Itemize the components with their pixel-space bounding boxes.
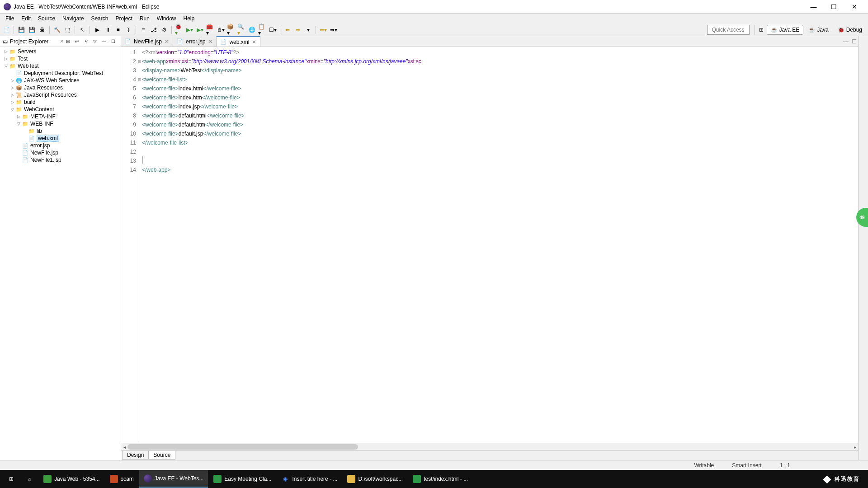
tree-node[interactable]: 📄error.jsp xyxy=(0,142,121,149)
build-button[interactable]: 🔨 xyxy=(52,25,61,34)
new-button[interactable]: 📄 xyxy=(2,25,11,34)
menu-search[interactable]: Search xyxy=(87,14,112,23)
maximize-button[interactable]: ☐ xyxy=(824,0,844,13)
tab-close-icon[interactable]: ✕ xyxy=(165,38,169,45)
scroll-left-button[interactable]: ◂ xyxy=(121,443,127,450)
tree-node[interactable]: ▷📁META-INF xyxy=(0,113,121,120)
pause-button[interactable]: ⏸ xyxy=(103,25,112,34)
tree-node[interactable]: 📄web.xml xyxy=(0,135,121,142)
nav-back[interactable]: ⬅▾ xyxy=(319,25,328,34)
stop-button[interactable]: ■ xyxy=(113,25,123,34)
tool-btn[interactable]: ⚙ xyxy=(160,25,169,34)
taskbar-item[interactable]: ⊞ xyxy=(3,470,20,488)
tool-dropdown[interactable]: ☐▾ xyxy=(268,25,277,34)
tree-arrow-icon[interactable]: ▷ xyxy=(9,93,15,97)
tree-node[interactable]: 📄Deployment Descriptor: WebTest xyxy=(0,70,121,77)
menu-run[interactable]: Run xyxy=(136,14,153,23)
forward-button[interactable]: ➡ xyxy=(293,25,302,34)
menu-source[interactable]: Source xyxy=(34,14,59,23)
perspective-java[interactable]: ☕ Java xyxy=(804,25,832,35)
perspective-debug[interactable]: 🐞 Debug xyxy=(834,25,866,35)
tree-node[interactable]: ▽📁WebTest xyxy=(0,62,121,70)
tab-close-icon[interactable]: ✕ xyxy=(208,38,212,45)
minimize-view-button[interactable]: — xyxy=(100,38,108,46)
nav-dropdown[interactable]: ▾ xyxy=(304,25,313,34)
tree-arrow-icon[interactable]: ▷ xyxy=(3,56,9,61)
nav-forward[interactable]: ➡▾ xyxy=(329,25,338,34)
tool-dropdown[interactable]: 📋▾ xyxy=(258,25,267,34)
project-tree[interactable]: ▷📁Servers▷📁Test▽📁WebTest📄Deployment Desc… xyxy=(0,47,121,460)
selection-tool[interactable]: ↖ xyxy=(78,25,87,34)
tree-arrow-icon[interactable]: ▽ xyxy=(15,122,22,126)
design-tab[interactable]: Design xyxy=(122,451,149,460)
taskbar-item[interactable]: ◉Insert title here - ... xyxy=(277,470,342,488)
tool-btn[interactable]: 🌐 xyxy=(247,25,256,34)
editor-tab[interactable]: 📄error.jsp✕ xyxy=(173,36,217,47)
taskbar-item[interactable]: D:\soft\workspac... xyxy=(343,470,407,488)
menu-navigate[interactable]: Navigate xyxy=(59,14,87,23)
menu-window[interactable]: Window xyxy=(153,14,180,23)
code-editor[interactable]: 12⊟34⊟567891011121314 <?xml version="1.0… xyxy=(121,47,858,443)
run-button[interactable]: ▶ xyxy=(93,25,102,34)
tree-node[interactable]: ▷📦Java Resources xyxy=(0,84,121,91)
taskbar-item[interactable]: Easy Meeting Cla... xyxy=(209,470,276,488)
menu-project[interactable]: Project xyxy=(112,14,136,23)
tool-btn[interactable]: ⬚ xyxy=(63,25,72,34)
minimize-button[interactable]: — xyxy=(803,0,824,13)
code-content[interactable]: <?xml version="1.0" encoding="UTF-8"?><w… xyxy=(140,47,858,443)
save-button[interactable]: 💾 xyxy=(17,25,26,34)
tool-dropdown[interactable]: 📦▾ xyxy=(226,25,236,34)
link-editor-button[interactable]: ⇄ xyxy=(73,38,81,46)
tree-node[interactable]: 📄NewFile.jsp xyxy=(0,149,121,156)
taskbar-item[interactable]: Java Web - 5354... xyxy=(39,470,104,488)
taskbar-item[interactable]: test/index.html - ... xyxy=(408,470,472,488)
taskbar-item[interactable]: ⌕ xyxy=(21,470,38,488)
print-button[interactable]: 🖶 xyxy=(38,25,47,34)
scroll-right-button[interactable]: ▸ xyxy=(852,443,858,450)
open-perspective-button[interactable]: ⊞ xyxy=(757,25,766,34)
tree-arrow-icon[interactable]: ▽ xyxy=(3,64,9,68)
perspective-javaee[interactable]: ☕ Java EE xyxy=(767,25,804,35)
tree-arrow-icon[interactable]: ▷ xyxy=(9,100,15,104)
run-last-dropdown[interactable]: ▶▾ xyxy=(195,25,204,34)
tree-node[interactable]: ▽📁WebContent xyxy=(0,106,121,113)
tree-node[interactable]: ▷📁Servers xyxy=(0,48,121,55)
tree-arrow-icon[interactable]: ▽ xyxy=(9,107,15,112)
menu-file[interactable]: File xyxy=(2,14,18,23)
editor-maximize-button[interactable]: ☐ xyxy=(850,36,858,47)
horizontal-scrollbar[interactable]: ◂ ▸ xyxy=(121,443,858,450)
menu-edit[interactable]: Edit xyxy=(18,14,34,23)
editor-tab[interactable]: 📄web.xml✕ xyxy=(217,36,260,47)
tool-btn[interactable]: ≡ xyxy=(139,25,148,34)
collapse-all-button[interactable]: ⊟ xyxy=(64,38,72,46)
source-tab[interactable]: Source xyxy=(148,451,175,460)
taskbar-item[interactable]: ocam xyxy=(105,470,138,488)
tree-arrow-icon[interactable]: ▷ xyxy=(9,78,15,83)
new-server-dropdown[interactable]: 🖥▾ xyxy=(216,25,225,34)
editor-tab[interactable]: 📄NewFile.jsp✕ xyxy=(121,36,173,47)
save-all-button[interactable]: 💾 xyxy=(27,25,36,34)
view-close-icon[interactable]: ✕ xyxy=(60,38,64,44)
menu-help[interactable]: Help xyxy=(180,14,198,23)
tree-node[interactable]: 📁lib xyxy=(0,127,121,135)
tab-close-icon[interactable]: ✕ xyxy=(252,39,256,45)
quick-access-input[interactable]: Quick Access xyxy=(707,25,750,35)
tree-node[interactable]: ▷📜JavaScript Resources xyxy=(0,91,121,99)
tree-node[interactable]: ▷📁Test xyxy=(0,55,121,62)
back-button[interactable]: ⬅ xyxy=(283,25,292,34)
tree-node[interactable]: ▷🌐JAX-WS Web Services xyxy=(0,77,121,84)
tree-node[interactable]: ▽📁WEB-INF xyxy=(0,120,121,127)
editor-minimize-button[interactable]: — xyxy=(842,36,850,47)
close-button[interactable]: ✕ xyxy=(844,0,864,13)
tree-arrow-icon[interactable]: ▷ xyxy=(9,85,15,90)
search-dropdown[interactable]: 🔍▾ xyxy=(237,25,246,34)
run-dropdown[interactable]: ▶▾ xyxy=(185,25,194,34)
tree-node[interactable]: 📄NewFile1.jsp xyxy=(0,156,121,164)
view-menu-button[interactable]: ▽ xyxy=(91,38,99,46)
debug-dropdown[interactable]: 🐞▾ xyxy=(175,25,184,34)
tree-arrow-icon[interactable]: ▷ xyxy=(15,114,22,119)
focus-button[interactable]: ⚲ xyxy=(82,38,90,46)
tree-node[interactable]: ▷📁build xyxy=(0,99,121,106)
taskbar-item[interactable]: Java EE - WebTes... xyxy=(139,470,208,488)
maximize-view-button[interactable]: ☐ xyxy=(109,38,117,46)
